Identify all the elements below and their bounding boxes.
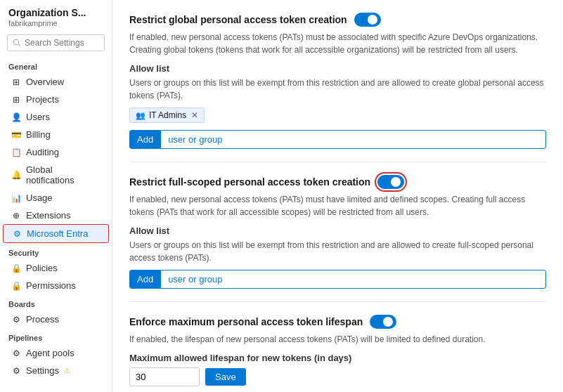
sidebar-item-label: Permissions xyxy=(26,280,76,291)
toggle-fullscoped-pat-slider xyxy=(377,175,404,189)
sidebar-item-extensions[interactable]: ⊕ Extensions xyxy=(3,207,109,224)
tag-it-admins: 👥 IT Admins ✕ xyxy=(129,107,205,123)
agent-pools-icon: ⚙ xyxy=(11,348,21,358)
setting-title-lifespan: Enforce maximum personal access token li… xyxy=(129,316,363,327)
projects-icon: ⊞ xyxy=(11,95,21,105)
settings-icon: ⚙ xyxy=(11,366,21,376)
allowlist-label-fullscoped-pat: Allow list xyxy=(129,226,546,236)
add-btn-add-label-1: Add xyxy=(130,131,160,148)
sidebar-item-policies[interactable]: 🔒 Policies xyxy=(3,259,109,277)
sidebar-item-label: Extensions xyxy=(26,210,71,221)
section-boards-label: Boards xyxy=(0,294,112,311)
sidebar-item-projects[interactable]: ⊞ Projects xyxy=(3,91,109,108)
save-button[interactable]: Save xyxy=(205,368,246,386)
search-icon xyxy=(13,39,21,47)
sidebar-header: Organization S... fabrikamprime xyxy=(0,0,112,29)
toggle-global-pat-slider xyxy=(354,13,381,27)
sidebar-item-auditing[interactable]: 📋 Auditing xyxy=(3,143,109,161)
notifications-icon: 🔔 xyxy=(11,170,21,180)
svg-line-1 xyxy=(18,44,20,46)
org-subtitle: fabrikamprime xyxy=(8,19,103,27)
setting-desc-fullscoped-pat: If enabled, new personal access tokens (… xyxy=(129,193,546,218)
sidebar-item-label: Projects xyxy=(26,94,59,105)
allowlist-desc-global-pat: Users or groups on this list will be exe… xyxy=(129,77,546,102)
extensions-icon: ⊕ xyxy=(11,211,21,221)
process-icon: ⚙ xyxy=(11,315,21,325)
setting-row-fullscoped-pat: Restrict full-scoped personal access tok… xyxy=(129,175,546,189)
setting-title-fullscoped-pat: Restrict full-scoped personal access tok… xyxy=(129,176,370,188)
sidebar-item-agent-pools[interactable]: ⚙ Agent pools xyxy=(3,344,109,362)
add-user-group-btn-1[interactable]: Add user or group xyxy=(129,130,546,149)
allowlist-desc-fullscoped-pat: Users or groups on this list will be exe… xyxy=(129,239,546,264)
sidebar-item-usage[interactable]: 📊 Usage xyxy=(3,189,109,207)
toggle-lifespan[interactable] xyxy=(370,315,396,329)
sidebar-item-overview[interactable]: ⊞ Overview xyxy=(3,73,109,91)
toggle-fullscoped-pat[interactable] xyxy=(377,175,404,189)
tag-close-button[interactable]: ✕ xyxy=(191,110,198,120)
sidebar-item-process[interactable]: ⚙ Process xyxy=(3,311,109,328)
toggle-global-pat[interactable] xyxy=(354,13,381,27)
sidebar-item-label: Settings xyxy=(26,365,59,376)
org-title: Organization S... xyxy=(8,7,103,18)
lifespan-input[interactable] xyxy=(129,367,200,386)
setting-desc-lifespan: If enabled, the lifespan of new personal… xyxy=(129,333,546,346)
settings-warning-icon: ⚠ xyxy=(64,367,70,374)
tag-group-icon: 👥 xyxy=(136,111,145,120)
sidebar-item-label: Usage xyxy=(26,192,53,203)
add-btn-list-label-2: user or group xyxy=(160,270,229,288)
section-general-label: General xyxy=(0,57,112,73)
allowlist-label-global-pat: Allow list xyxy=(129,63,546,74)
sidebar-item-settings[interactable]: ⚙ Settings ⚠ xyxy=(3,362,109,379)
search-input[interactable] xyxy=(25,38,99,48)
sidebar-item-permissions[interactable]: 🔒 Permissions xyxy=(3,277,109,294)
overview-icon: ⊞ xyxy=(11,77,21,87)
sidebar-item-label: Process xyxy=(26,314,59,325)
tag-label: IT Admins xyxy=(149,110,186,120)
section-pipelines-label: Pipelines xyxy=(0,328,112,344)
add-btn-list-label-1: user or group xyxy=(160,131,229,148)
usage-icon: 📊 xyxy=(11,193,21,203)
sidebar-item-label: Overview xyxy=(26,77,64,87)
add-user-group-btn-2[interactable]: Add user or group xyxy=(129,270,546,289)
sidebar-item-label: Billing xyxy=(26,129,51,140)
setting-row-global-pat: Restrict global personal access token cr… xyxy=(129,13,546,27)
sidebar-item-label: Policies xyxy=(26,263,58,273)
section-security-label: Security xyxy=(0,243,112,259)
lifespan-row: Save xyxy=(129,367,546,386)
sidebar-item-label: Global notifications xyxy=(26,164,101,185)
policies-icon: 🔒 xyxy=(11,263,21,273)
sidebar: Organization S... fabrikamprime General … xyxy=(0,0,112,392)
setting-row-lifespan: Enforce maximum personal access token li… xyxy=(129,315,546,329)
tag-container-global-pat: 👥 IT Admins ✕ xyxy=(129,107,546,123)
section-restrict-global-pat: Restrict global personal access token cr… xyxy=(129,0,546,162)
main-content: Restrict global personal access token cr… xyxy=(112,0,563,392)
svg-point-0 xyxy=(13,39,19,45)
sidebar-item-label: Auditing xyxy=(26,147,59,157)
users-icon: 👤 xyxy=(11,112,21,122)
section-restrict-fullscoped-pat: Restrict full-scoped personal access tok… xyxy=(129,162,546,302)
sidebar-item-label: Microsoft Entra xyxy=(27,228,88,239)
search-box[interactable] xyxy=(7,34,105,51)
sidebar-item-label: Users xyxy=(26,112,50,122)
auditing-icon: 📋 xyxy=(11,148,21,157)
sidebar-item-label: Agent pools xyxy=(26,348,75,358)
setting-title-global-pat: Restrict global personal access token cr… xyxy=(129,14,347,25)
sidebar-item-microsoft-entra[interactable]: ⚙ Microsoft Entra xyxy=(3,224,109,243)
sidebar-item-users[interactable]: 👤 Users xyxy=(3,108,109,126)
billing-icon: 💳 xyxy=(11,130,21,140)
entra-icon: ⚙ xyxy=(12,229,22,239)
add-btn-add-label-2: Add xyxy=(130,270,160,288)
sidebar-item-global-notifications[interactable]: 🔔 Global notifications xyxy=(3,161,109,189)
lifespan-label: Maximum allowed lifespan for new tokens … xyxy=(129,353,546,363)
sidebar-item-billing[interactable]: 💳 Billing xyxy=(3,126,109,143)
setting-desc-global-pat: If enabled, new personal access tokens (… xyxy=(129,31,546,56)
section-enforce-lifespan: Enforce maximum personal access token li… xyxy=(129,302,546,392)
toggle-lifespan-slider xyxy=(370,315,396,329)
permissions-icon: 🔒 xyxy=(11,281,21,291)
